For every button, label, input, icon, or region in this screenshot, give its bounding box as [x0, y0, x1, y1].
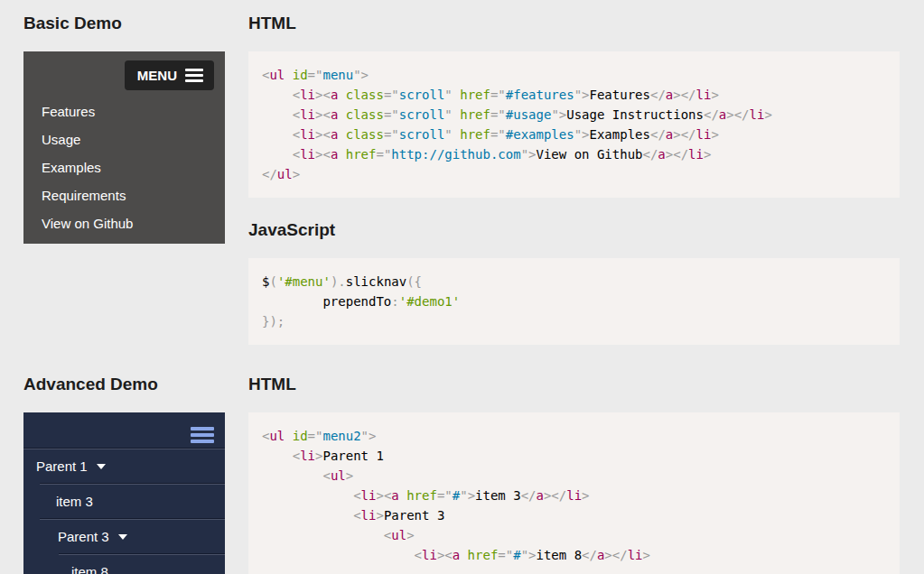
menu-toggle-button[interactable]: MENU	[125, 60, 214, 90]
menu-item-features[interactable]: Features	[23, 97, 225, 125]
menu-item: Examples	[23, 153, 225, 181]
html-code-block-2: <ul id="menu2"> <li>Parent 1 <ul> <li><a…	[248, 412, 900, 574]
menu-item-label[interactable]: item 8	[71, 556, 108, 574]
code-line: <li>Parent 1	[262, 446, 886, 466]
code-line: prependTo:'#demo1'	[262, 292, 886, 311]
code-line: <li><a href="http://github.com">View on …	[262, 144, 886, 164]
code-line: <li><a href="#">item 3</a></li>	[262, 486, 886, 505]
javascript-code-block: $('#menu').slicknav({ prependTo:'#demo1'…	[248, 258, 900, 345]
advanced-demo-section: Advanced Demo Parent 1 item 3 Parent 3	[0, 375, 924, 574]
menu-toggle-label: MENU	[137, 68, 177, 83]
menu-item-view-on-github[interactable]: View on Github	[23, 209, 225, 237]
code-line: <ul>	[262, 525, 886, 545]
hamburger-icon	[185, 69, 203, 82]
code-line: <ul id="menu2">	[262, 426, 886, 446]
menu-item: Usage	[23, 125, 225, 153]
menu-item-examples[interactable]: Examples	[23, 153, 225, 181]
code-line: <li><a class="scroll" href="#features">F…	[262, 85, 886, 105]
code-line: <ul>	[262, 466, 886, 486]
code-line: <li><a href="#">item 8</a></li>	[262, 545, 886, 565]
menu-item-item-8[interactable]: item 8	[23, 555, 225, 574]
basic-menu-list: Features Usage Examples Requirements Vie…	[23, 90, 225, 237]
menu-item-parent-1[interactable]: Parent 1	[23, 449, 225, 483]
menu-item-label[interactable]: item 3	[56, 486, 93, 518]
code-line: });	[262, 311, 886, 331]
menu-item: View on Github	[23, 209, 225, 237]
chevron-down-icon	[118, 534, 127, 540]
code-line: $('#menu').slicknav({	[262, 272, 886, 292]
basic-demo-heading: Basic Demo	[23, 14, 225, 33]
menu-item-requirements[interactable]: Requirements	[23, 181, 225, 209]
code-line: <ul id="menu">	[262, 65, 886, 85]
advanced-demo-heading: Advanced Demo	[23, 375, 225, 394]
html-code-heading-2: HTML	[248, 375, 900, 394]
menu-item-label: Parent 3	[58, 521, 109, 553]
advanced-demo-menu: Parent 1 item 3 Parent 3 item 8	[23, 412, 225, 574]
menu-item-usage[interactable]: Usage	[23, 125, 225, 153]
menu-item-parent-3[interactable]: Parent 3	[23, 520, 225, 553]
html-code-block-1: <ul id="menu"> <li><a class="scroll" hre…	[248, 51, 900, 198]
code-line: <li><a class="scroll" href="#examples">E…	[262, 125, 886, 144]
basic-demo-section: Basic Demo MENU Features Usage Examples …	[0, 0, 924, 345]
code-line: <li>Parent 3	[262, 505, 886, 525]
code-line: <li><a class="scroll" href="#usage">Usag…	[262, 105, 886, 125]
hamburger-icon	[191, 427, 214, 443]
html-code-heading-1: HTML	[248, 14, 900, 33]
menu-item: Requirements	[23, 181, 225, 209]
advanced-menu-toggle-button[interactable]	[191, 421, 214, 448]
javascript-code-heading: JavaScript	[248, 220, 900, 240]
chevron-down-icon	[97, 464, 106, 469]
basic-demo-menu: MENU Features Usage Examples Requirement…	[23, 51, 225, 244]
code-line: </ul>	[262, 164, 886, 184]
menu-item-item-3[interactable]: item 3	[23, 485, 225, 518]
menu-item: Features	[23, 97, 225, 125]
menu-item-label: Parent 1	[36, 450, 88, 483]
